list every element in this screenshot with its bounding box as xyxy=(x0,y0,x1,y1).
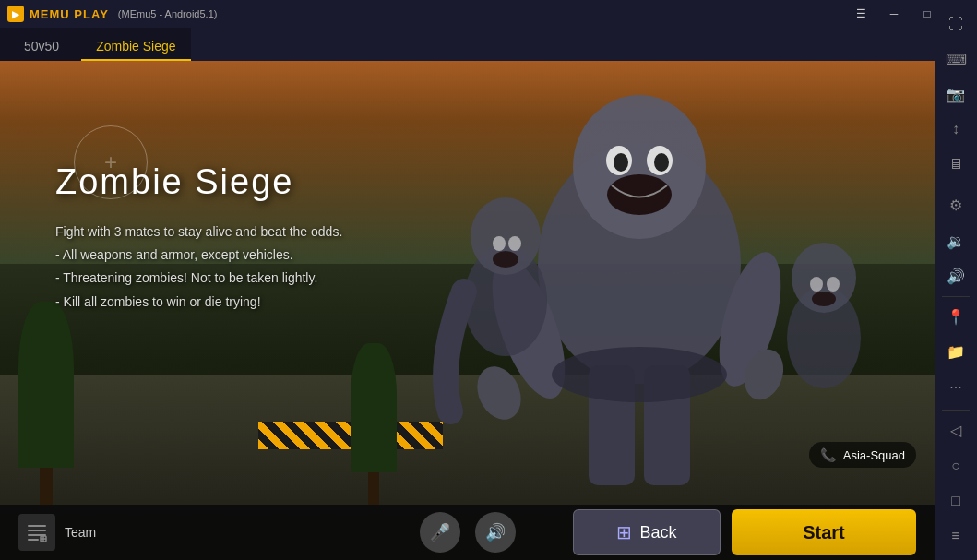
svg-point-2 xyxy=(607,174,672,215)
speaker-icon: 🔊 xyxy=(485,522,506,542)
mic-button[interactable]: 🎤 xyxy=(420,512,460,553)
fullscreen-icon[interactable]: ⛶ xyxy=(937,7,974,41)
sidebar-divider-1 xyxy=(942,185,970,185)
recents-icon[interactable]: □ xyxy=(937,484,974,518)
transfer-icon[interactable]: ↕ xyxy=(937,113,974,146)
folder-icon[interactable]: 📁 xyxy=(937,336,974,369)
back-button[interactable]: ⊞ Back xyxy=(573,509,721,555)
svg-point-22 xyxy=(827,277,840,292)
start-label: Start xyxy=(803,522,845,543)
home-icon[interactable]: ○ xyxy=(937,449,974,483)
svg-rect-25 xyxy=(28,530,46,531)
squad-name: Asia-Squad xyxy=(843,448,905,462)
svg-point-13 xyxy=(552,347,727,402)
mic-icon: 🎤 xyxy=(430,522,450,542)
settings-icon[interactable]: ⚙ xyxy=(937,189,974,222)
memu-logo-icon: ▶ xyxy=(7,6,24,22)
svg-point-23 xyxy=(812,292,836,306)
volume-down-icon[interactable]: 🔉 xyxy=(937,224,974,257)
zombie-svg xyxy=(399,79,879,541)
zombie-artwork xyxy=(399,79,879,541)
svg-point-17 xyxy=(508,236,521,251)
titlebar: ▶ MEMU PLAY (MEmu5 - Android5.1) ☰ ─ □ ✕ xyxy=(0,0,977,28)
menu-button[interactable]: ☰ xyxy=(844,0,877,28)
game-description: Fight with 3 mates to stay alive and bea… xyxy=(55,220,443,314)
svg-rect-24 xyxy=(28,525,46,527)
svg-rect-27 xyxy=(28,539,39,541)
minimize-button[interactable]: ─ xyxy=(877,0,911,28)
game-desc-line-2: - All weapons and armor, except vehicles… xyxy=(55,244,443,267)
team-svg-icon xyxy=(26,521,48,543)
back-nav-icon[interactable]: ◁ xyxy=(937,414,974,447)
svg-point-21 xyxy=(810,277,823,292)
location-icon[interactable]: 📍 xyxy=(937,301,974,334)
back-icon: ⊞ xyxy=(616,521,632,543)
crosshair-icon xyxy=(74,125,148,199)
speaker-button[interactable]: 🔊 xyxy=(475,512,516,553)
tabbar: 50v50 Zombie Siege xyxy=(0,28,191,61)
svg-point-1 xyxy=(573,95,706,239)
keyboard-icon[interactable]: ⌨ xyxy=(937,42,974,76)
tab-zombie-siege[interactable]: Zombie Siege xyxy=(81,33,190,61)
game-desc-line-4: - Kill all zombies to win or die trying! xyxy=(55,291,443,314)
game-desc-line-3: - Threatening zombies! Not to be taken l… xyxy=(55,267,443,290)
screenshot-icon[interactable]: 📷 xyxy=(937,77,974,111)
svg-point-18 xyxy=(493,251,518,268)
svg-point-5 xyxy=(614,153,628,172)
bottom-bar: Team 🎤 🔊 ⊞ Back Start xyxy=(0,505,935,560)
game-desc-line-1: Fight with 3 mates to stay alive and bea… xyxy=(55,220,443,244)
sidebar: ⛶ ⌨ 📷 ↕ 🖥 ⚙ 🔉 🔊 📍 📁 ··· ◁ ○ □ ≡ xyxy=(935,0,977,560)
more-icon[interactable]: ··· xyxy=(937,371,974,404)
team-icon xyxy=(18,514,55,551)
tree-left xyxy=(18,302,74,505)
game-area: Zombie Siege Fight with 3 mates to stay … xyxy=(0,61,935,560)
sidebar-divider-3 xyxy=(942,410,970,411)
tab-50v50[interactable]: 50v50 xyxy=(9,33,74,61)
back-label: Back xyxy=(639,523,676,542)
svg-point-6 xyxy=(654,153,669,172)
screen-resize-icon[interactable]: 🖥 xyxy=(937,148,974,181)
logo-area: ▶ MEMU PLAY (MEmu5 - Android5.1) xyxy=(0,6,224,22)
bottom-center: 🎤 🔊 xyxy=(420,512,516,553)
sidebar-divider-2 xyxy=(942,296,970,297)
start-button[interactable]: Start xyxy=(732,509,916,555)
game-info: Zombie Siege Fight with 3 mates to stay … xyxy=(55,135,443,314)
bottom-right: ⊞ Back Start xyxy=(573,509,916,555)
hamburger-menu-icon[interactable]: ≡ xyxy=(937,519,974,553)
bottom-left: Team xyxy=(18,514,96,551)
title-info: (MEmu5 - Android5.1) xyxy=(118,8,218,19)
squad-badge: 📞 Asia-Squad xyxy=(809,442,916,468)
volume-up-icon[interactable]: 🔊 xyxy=(937,259,974,292)
tree-right xyxy=(351,343,397,505)
team-label: Team xyxy=(65,525,96,540)
svg-point-16 xyxy=(493,236,506,251)
logo-text: MEMU PLAY xyxy=(30,7,109,21)
phone-icon: 📞 xyxy=(820,447,836,462)
